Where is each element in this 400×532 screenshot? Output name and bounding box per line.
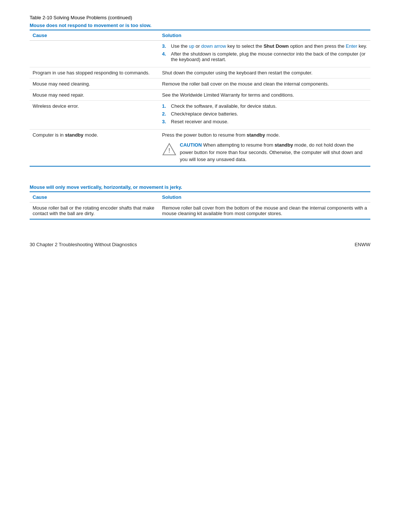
table-title: Table 2-10 Solving Mouse Problems (conti… — [30, 15, 370, 20]
caution-label: CAUTION — [180, 142, 202, 148]
caution-box: ! CAUTION When attempting to resume from… — [162, 141, 367, 163]
solution-cell: Press the power button to resume from st… — [159, 130, 370, 166]
cause-cell: Mouse may need cleaning. — [30, 78, 159, 90]
footer-left: 30 Chapter 2 Troubleshooting Without Dia… — [30, 242, 137, 247]
cause-cell — [30, 41, 159, 67]
section2-header: Mouse will only move vertically, horizon… — [30, 184, 182, 190]
col-solution-header: Solution — [159, 192, 370, 203]
section1-table: Cause Solution 3. Use the up or down arr… — [30, 30, 370, 167]
section2-table: Cause Solution Mouse roller ball or the … — [30, 191, 370, 220]
table-row: Wireless device error. 1. Check the soft… — [30, 101, 370, 130]
footer-right: ENWW — [354, 242, 370, 247]
col-cause-header: Cause — [30, 192, 159, 203]
list-item: 3. Use the up or down arrow key to selec… — [162, 43, 367, 49]
cause-cell: Wireless device error. — [30, 101, 159, 130]
standby-solution: Press the power button to resume from st… — [162, 132, 367, 138]
table-row: Computer is in standby mode. Press the p… — [30, 130, 370, 166]
solution-cell: Remove roller ball cover from the bottom… — [159, 202, 370, 219]
col-solution-header: Solution — [159, 30, 370, 41]
cause-cell: Mouse roller ball or the rotating encode… — [30, 202, 159, 219]
table-row: Mouse may need repair. See the Worldwide… — [30, 90, 370, 101]
solution-cell: 3. Use the up or down arrow key to selec… — [159, 41, 370, 67]
col-cause-header: Cause — [30, 30, 159, 41]
cause-cell: Computer is in standby mode. — [30, 130, 159, 166]
table-row: Mouse may need cleaning. Remove the roll… — [30, 78, 370, 90]
cause-cell: Program in use has stopped responding to… — [30, 67, 159, 78]
solution-cell: 1. Check the software, if available, for… — [159, 101, 370, 130]
table-row: Mouse roller ball or the rotating encode… — [30, 202, 370, 219]
page-footer: 30 Chapter 2 Troubleshooting Without Dia… — [30, 242, 370, 247]
list-item: 1. Check the software, if available, for… — [162, 103, 367, 109]
caution-text: CAUTION When attempting to resume from s… — [180, 141, 367, 163]
solution-cell: See the Worldwide Limited Warranty for t… — [159, 90, 370, 101]
caution-triangle-icon: ! — [162, 142, 176, 156]
table-row: 3. Use the up or down arrow key to selec… — [30, 41, 370, 67]
list-item: 4. After the shutdown is complete, plug … — [162, 51, 367, 62]
solution-cell: Shut down the computer using the keyboar… — [159, 67, 370, 78]
cause-cell: Mouse may need repair. — [30, 90, 159, 101]
section1-header: Mouse does not respond to movement or is… — [30, 23, 151, 28]
list-item: 2. Check/replace device batteries. — [162, 111, 367, 117]
svg-text:!: ! — [168, 147, 170, 154]
table-row: Program in use has stopped responding to… — [30, 67, 370, 78]
list-item: 3. Reset receiver and mouse. — [162, 119, 367, 124]
solution-cell: Remove the roller ball cover on the mous… — [159, 78, 370, 90]
